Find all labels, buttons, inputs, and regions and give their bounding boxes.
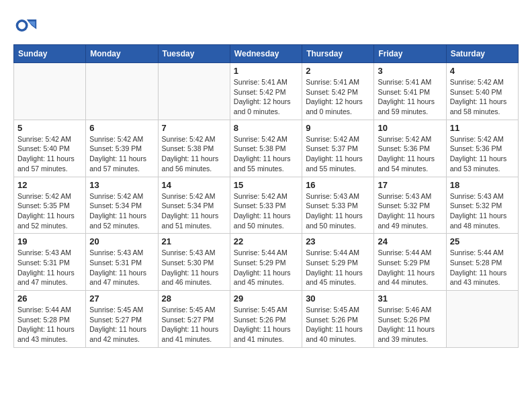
calendar-cell: 9Sunrise: 5:42 AM Sunset: 5:37 PM Daylig… <box>302 120 374 177</box>
day-number: 1 <box>234 66 298 76</box>
day-info: Sunrise: 5:43 AM Sunset: 5:31 PM Dayligh… <box>17 248 82 287</box>
day-number: 20 <box>89 236 154 246</box>
day-number: 16 <box>306 180 370 190</box>
day-number: 30 <box>306 293 370 304</box>
day-number: 3 <box>378 66 442 76</box>
day-number: 28 <box>162 293 226 304</box>
day-info: Sunrise: 5:46 AM Sunset: 5:26 PM Dayligh… <box>378 305 442 345</box>
day-number: 12 <box>17 180 82 190</box>
calendar-cell: 4Sunrise: 5:42 AM Sunset: 5:40 PM Daylig… <box>446 63 518 120</box>
calendar-cell: 16Sunrise: 5:43 AM Sunset: 5:33 PM Dayli… <box>302 177 374 234</box>
calendar-cell: 30Sunrise: 5:45 AM Sunset: 5:26 PM Dayli… <box>302 291 374 348</box>
day-number: 2 <box>306 66 370 76</box>
calendar-week-row: 1Sunrise: 5:41 AM Sunset: 5:42 PM Daylig… <box>14 63 519 120</box>
day-number: 21 <box>162 236 226 246</box>
logo-icon <box>13 13 38 38</box>
day-info: Sunrise: 5:41 AM Sunset: 5:42 PM Dayligh… <box>234 77 298 117</box>
calendar-cell: 1Sunrise: 5:41 AM Sunset: 5:42 PM Daylig… <box>230 63 302 120</box>
day-info: Sunrise: 5:42 AM Sunset: 5:36 PM Dayligh… <box>450 134 515 174</box>
day-info: Sunrise: 5:42 AM Sunset: 5:37 PM Dayligh… <box>306 134 370 174</box>
day-info: Sunrise: 5:42 AM Sunset: 5:38 PM Dayligh… <box>234 134 298 174</box>
calendar-cell: 25Sunrise: 5:44 AM Sunset: 5:28 PM Dayli… <box>446 234 518 291</box>
calendar-week-row: 19Sunrise: 5:43 AM Sunset: 5:31 PM Dayli… <box>14 234 519 291</box>
day-info: Sunrise: 5:43 AM Sunset: 5:33 PM Dayligh… <box>306 191 370 231</box>
day-number: 7 <box>162 123 226 133</box>
day-number: 22 <box>234 236 298 246</box>
svg-point-1 <box>18 22 26 30</box>
day-info: Sunrise: 5:44 AM Sunset: 5:29 PM Dayligh… <box>234 248 298 287</box>
day-info: Sunrise: 5:45 AM Sunset: 5:26 PM Dayligh… <box>234 305 298 345</box>
day-info: Sunrise: 5:43 AM Sunset: 5:30 PM Dayligh… <box>162 248 226 287</box>
calendar-cell: 5Sunrise: 5:42 AM Sunset: 5:40 PM Daylig… <box>14 120 86 177</box>
day-info: Sunrise: 5:42 AM Sunset: 5:33 PM Dayligh… <box>234 191 298 231</box>
day-number: 10 <box>378 123 442 133</box>
logo <box>13 13 40 38</box>
day-info: Sunrise: 5:43 AM Sunset: 5:32 PM Dayligh… <box>450 191 515 231</box>
calendar-cell: 22Sunrise: 5:44 AM Sunset: 5:29 PM Dayli… <box>230 234 302 291</box>
calendar-cell: 20Sunrise: 5:43 AM Sunset: 5:31 PM Dayli… <box>86 234 158 291</box>
day-info: Sunrise: 5:44 AM Sunset: 5:28 PM Dayligh… <box>450 248 515 287</box>
calendar-cell: 13Sunrise: 5:42 AM Sunset: 5:34 PM Dayli… <box>86 177 158 234</box>
day-number: 31 <box>378 293 442 304</box>
day-number: 8 <box>234 123 298 133</box>
day-info: Sunrise: 5:42 AM Sunset: 5:34 PM Dayligh… <box>162 191 226 231</box>
weekday-header-saturday: Saturday <box>446 45 518 63</box>
calendar-cell: 28Sunrise: 5:45 AM Sunset: 5:27 PM Dayli… <box>158 291 230 348</box>
calendar-cell: 21Sunrise: 5:43 AM Sunset: 5:30 PM Dayli… <box>158 234 230 291</box>
day-number: 18 <box>450 180 515 190</box>
day-info: Sunrise: 5:44 AM Sunset: 5:28 PM Dayligh… <box>17 305 82 345</box>
day-number: 17 <box>378 180 442 190</box>
day-info: Sunrise: 5:42 AM Sunset: 5:35 PM Dayligh… <box>17 191 82 231</box>
weekday-header-sunday: Sunday <box>14 45 86 63</box>
calendar-cell: 23Sunrise: 5:44 AM Sunset: 5:29 PM Dayli… <box>302 234 374 291</box>
day-number: 11 <box>450 123 515 133</box>
calendar-cell: 19Sunrise: 5:43 AM Sunset: 5:31 PM Dayli… <box>14 234 86 291</box>
calendar-cell: 7Sunrise: 5:42 AM Sunset: 5:38 PM Daylig… <box>158 120 230 177</box>
day-info: Sunrise: 5:45 AM Sunset: 5:27 PM Dayligh… <box>89 305 154 345</box>
day-number: 19 <box>17 236 82 246</box>
calendar-cell: 31Sunrise: 5:46 AM Sunset: 5:26 PM Dayli… <box>374 291 446 348</box>
weekday-header-tuesday: Tuesday <box>158 45 230 63</box>
day-number: 23 <box>306 236 370 246</box>
day-info: Sunrise: 5:42 AM Sunset: 5:34 PM Dayligh… <box>89 191 154 231</box>
calendar-cell: 10Sunrise: 5:42 AM Sunset: 5:36 PM Dayli… <box>374 120 446 177</box>
day-info: Sunrise: 5:41 AM Sunset: 5:41 PM Dayligh… <box>378 77 442 117</box>
day-number: 25 <box>450 236 515 246</box>
day-info: Sunrise: 5:42 AM Sunset: 5:38 PM Dayligh… <box>162 134 226 174</box>
day-info: Sunrise: 5:44 AM Sunset: 5:29 PM Dayligh… <box>378 248 442 287</box>
calendar-cell: 12Sunrise: 5:42 AM Sunset: 5:35 PM Dayli… <box>14 177 86 234</box>
calendar-cell: 3Sunrise: 5:41 AM Sunset: 5:41 PM Daylig… <box>374 63 446 120</box>
calendar-week-row: 26Sunrise: 5:44 AM Sunset: 5:28 PM Dayli… <box>14 291 519 348</box>
calendar-cell <box>446 291 518 348</box>
day-info: Sunrise: 5:43 AM Sunset: 5:32 PM Dayligh… <box>378 191 442 231</box>
calendar-cell: 6Sunrise: 5:42 AM Sunset: 5:39 PM Daylig… <box>86 120 158 177</box>
day-info: Sunrise: 5:45 AM Sunset: 5:26 PM Dayligh… <box>306 305 370 345</box>
calendar-cell: 24Sunrise: 5:44 AM Sunset: 5:29 PM Dayli… <box>374 234 446 291</box>
calendar-cell: 26Sunrise: 5:44 AM Sunset: 5:28 PM Dayli… <box>14 291 86 348</box>
weekday-header-thursday: Thursday <box>302 45 374 63</box>
day-number: 9 <box>306 123 370 133</box>
day-info: Sunrise: 5:45 AM Sunset: 5:27 PM Dayligh… <box>162 305 226 345</box>
calendar-cell: 2Sunrise: 5:41 AM Sunset: 5:42 PM Daylig… <box>302 63 374 120</box>
day-number: 24 <box>378 236 442 246</box>
weekday-header-monday: Monday <box>86 45 158 63</box>
day-info: Sunrise: 5:41 AM Sunset: 5:42 PM Dayligh… <box>306 77 370 117</box>
day-number: 26 <box>17 293 82 304</box>
page-header <box>13 13 519 38</box>
day-number: 5 <box>17 123 82 133</box>
calendar-cell: 15Sunrise: 5:42 AM Sunset: 5:33 PM Dayli… <box>230 177 302 234</box>
weekday-header-wednesday: Wednesday <box>230 45 302 63</box>
day-number: 14 <box>162 180 226 190</box>
day-number: 13 <box>89 180 154 190</box>
day-info: Sunrise: 5:42 AM Sunset: 5:36 PM Dayligh… <box>378 134 442 174</box>
calendar-cell: 18Sunrise: 5:43 AM Sunset: 5:32 PM Dayli… <box>446 177 518 234</box>
calendar-cell: 11Sunrise: 5:42 AM Sunset: 5:36 PM Dayli… <box>446 120 518 177</box>
calendar-cell: 17Sunrise: 5:43 AM Sunset: 5:32 PM Dayli… <box>374 177 446 234</box>
calendar-cell: 27Sunrise: 5:45 AM Sunset: 5:27 PM Dayli… <box>86 291 158 348</box>
day-number: 4 <box>450 66 515 76</box>
calendar-cell <box>158 63 230 120</box>
day-info: Sunrise: 5:42 AM Sunset: 5:40 PM Dayligh… <box>17 134 82 174</box>
day-number: 27 <box>89 293 154 304</box>
day-info: Sunrise: 5:42 AM Sunset: 5:40 PM Dayligh… <box>450 77 515 117</box>
day-info: Sunrise: 5:44 AM Sunset: 5:29 PM Dayligh… <box>306 248 370 287</box>
